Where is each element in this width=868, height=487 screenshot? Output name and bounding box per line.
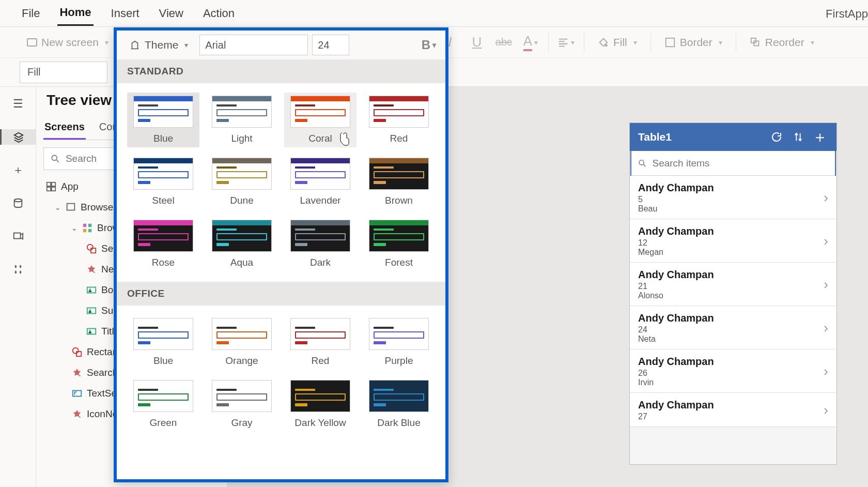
theme-bold-button[interactable]: B▾ — [417, 34, 440, 56]
menu-action[interactable]: Action — [201, 2, 237, 25]
theme-label: Dark Yellow — [295, 417, 346, 429]
theme-option[interactable]: Green — [127, 377, 199, 432]
chevron-down-icon: ▾ — [105, 38, 109, 47]
theme-option[interactable]: Coral — [284, 93, 357, 147]
chevron-right-icon: › — [824, 277, 828, 293]
sort-icon[interactable] — [790, 129, 807, 145]
theme-swatch — [133, 318, 193, 350]
theme-label: Rose — [152, 257, 175, 268]
tree-tab-screens[interactable]: Screens — [43, 118, 86, 140]
theme-swatch — [290, 318, 350, 350]
search-icon — [50, 153, 60, 164]
svg-rect-18 — [87, 308, 96, 314]
rail-insert[interactable]: ＋ — [10, 162, 26, 178]
theme-swatch — [133, 220, 193, 252]
svg-rect-6 — [47, 182, 51, 186]
theme-swatch — [212, 96, 272, 128]
rail-tools[interactable] — [10, 262, 26, 277]
menu-file[interactable]: File — [20, 2, 42, 25]
theme-option[interactable]: Blue — [127, 315, 199, 370]
theme-label: Aqua — [230, 257, 253, 268]
screen-icon — [27, 38, 37, 47]
theme-label: Purple — [385, 355, 413, 367]
theme-option[interactable]: Steel — [127, 155, 199, 209]
svg-rect-10 — [67, 204, 75, 210]
font-color-button[interactable]: A▾ — [519, 32, 542, 53]
list-item[interactable]: Andy Champan5Beau› — [630, 176, 836, 219]
theme-option[interactable]: Dune — [206, 155, 278, 209]
app-search[interactable] — [631, 151, 835, 176]
theme-option[interactable]: Red — [284, 315, 357, 370]
theme-option[interactable]: Red — [363, 93, 435, 147]
theme-option[interactable]: Blue — [127, 93, 199, 147]
list-item[interactable]: Andy Champan26Irvin› — [630, 349, 836, 393]
svg-rect-17 — [87, 287, 96, 293]
fill-label: Fill — [613, 36, 627, 49]
theme-option[interactable]: Forest — [363, 217, 435, 271]
menu-home[interactable]: Home — [57, 1, 93, 26]
property-selector[interactable]: Fill — [20, 62, 107, 83]
svg-point-23 — [639, 160, 644, 164]
list-item[interactable]: Andy Champan24Neta› — [630, 306, 836, 349]
svg-rect-22 — [73, 391, 82, 397]
new-screen-button[interactable]: New screen ▾ — [20, 33, 116, 52]
list-item[interactable]: Andy Champan21Alonso› — [630, 263, 836, 306]
item-title: Andy Champan — [638, 312, 824, 324]
svg-point-3 — [14, 199, 22, 202]
shape-icon — [71, 346, 83, 358]
theme-label: Forest — [385, 257, 413, 268]
underline-button[interactable]: U — [466, 32, 488, 53]
theme-font-select[interactable]: Arial — [199, 35, 308, 55]
theme-option[interactable]: Purple — [363, 315, 435, 370]
add-icon[interactable]: ＋ — [812, 129, 828, 145]
theme-label: Lavender — [300, 195, 340, 206]
reorder-icon — [750, 37, 761, 48]
theme-option[interactable]: Dark — [284, 217, 357, 271]
svg-rect-14 — [88, 229, 91, 232]
theme-size-select[interactable]: 24 — [312, 35, 349, 55]
theme-option[interactable]: Rose — [127, 217, 199, 271]
menu-insert[interactable]: Insert — [109, 2, 142, 25]
theme-label: Light — [231, 133, 252, 144]
theme-option[interactable]: Lavender — [284, 155, 357, 209]
theme-button[interactable]: Theme ▾ — [122, 36, 195, 54]
rail-data[interactable] — [10, 195, 26, 211]
theme-icon — [129, 39, 141, 51]
theme-option[interactable]: Orange — [206, 315, 278, 370]
svg-rect-21 — [76, 352, 81, 356]
theme-option[interactable]: Aqua — [206, 217, 278, 271]
refresh-icon[interactable] — [768, 129, 785, 145]
border-button[interactable]: Border▾ — [657, 33, 730, 52]
align-icon — [557, 37, 569, 48]
item-sub1: 5 — [638, 195, 824, 204]
label-icon — [86, 326, 97, 337]
rail-hamburger[interactable]: ☰ — [10, 96, 26, 112]
rail-tree[interactable] — [0, 129, 36, 145]
fill-button[interactable]: Fill▾ — [591, 33, 644, 52]
theme-swatch — [212, 380, 272, 412]
list-item[interactable]: Andy Champan27› — [630, 393, 836, 427]
theme-option[interactable]: Light — [206, 93, 278, 147]
app-search-input[interactable] — [652, 158, 829, 169]
theme-option[interactable]: Gray — [206, 377, 278, 432]
menu-view[interactable]: View — [157, 2, 185, 25]
app-preview: Table1 ＋ Andy Champan5Beau›Andy Champan1… — [630, 123, 836, 464]
reorder-button[interactable]: Reorder▾ — [742, 33, 822, 52]
reorder-label: Reorder — [765, 36, 804, 49]
label-icon — [86, 284, 97, 296]
rail-media[interactable] — [10, 229, 26, 244]
theme-swatch — [290, 96, 350, 128]
theme-option[interactable]: Brown — [363, 155, 435, 209]
list-item[interactable]: Andy Champan12Megan› — [630, 219, 836, 263]
theme-option[interactable]: Dark Yellow — [284, 377, 357, 432]
strike-button[interactable]: abc — [492, 32, 515, 53]
tree-item-label: App — [61, 181, 79, 192]
chevron-down-icon: ⌄ — [71, 224, 78, 232]
item-sub2: Neta — [638, 334, 824, 344]
align-button[interactable]: ▾ — [555, 32, 578, 53]
shape-icon — [86, 243, 97, 254]
theme-option[interactable]: Dark Blue — [363, 377, 435, 432]
theme-swatch — [212, 318, 272, 350]
theme-swatch — [369, 96, 429, 128]
theme-swatch — [369, 220, 429, 252]
